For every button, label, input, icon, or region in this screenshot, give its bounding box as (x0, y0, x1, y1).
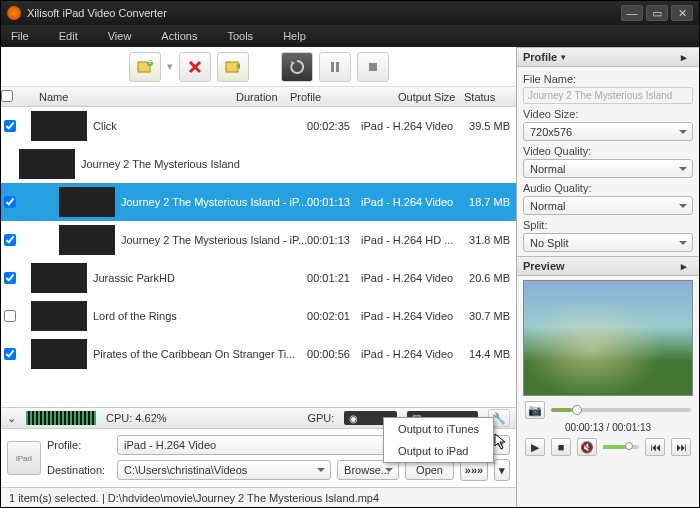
thumbnail-icon (59, 187, 115, 217)
add-file-button[interactable]: + (129, 52, 161, 82)
seek-bar[interactable] (551, 408, 691, 412)
file-name-label: File Name: (523, 73, 693, 85)
menu-file[interactable]: File (11, 30, 29, 42)
thumbnail-icon (31, 301, 87, 331)
mute-button[interactable]: 🔇 (577, 438, 597, 456)
refresh-button[interactable] (281, 52, 313, 82)
row-checkbox[interactable] (4, 120, 16, 132)
row-checkbox[interactable] (4, 196, 16, 208)
play-button[interactable]: ▶ (525, 438, 545, 456)
row-profile: iPad - H.264 HD ... (361, 234, 469, 246)
row-size: 14.4 MB (469, 348, 516, 360)
gpu-label: GPU: (307, 412, 334, 424)
table-row[interactable]: Lord of the Rings00:02:01iPad - H.264 Vi… (1, 297, 516, 335)
next-frame-button[interactable]: ⏭ (671, 438, 691, 456)
table-row[interactable]: Journey 2 The Mysterious Island - iP...0… (1, 183, 516, 221)
row-checkbox[interactable] (4, 310, 16, 322)
row-duration: 00:01:21 (307, 272, 361, 284)
expand-icon[interactable]: ▸ (681, 51, 693, 64)
row-profile: iPad - H.264 Video (361, 348, 469, 360)
thumbnail-icon (19, 149, 75, 179)
menu-edit[interactable]: Edit (59, 30, 78, 42)
convert-menu-button[interactable]: ▾ (494, 459, 510, 481)
open-button[interactable]: Open (405, 460, 454, 480)
output-panel: iPad Profile: iPad - H.264 Video Save As… (1, 429, 516, 487)
col-profile[interactable]: Profile (290, 91, 398, 103)
row-duration: 00:02:35 (307, 120, 361, 132)
row-duration: 00:02:01 (307, 310, 361, 322)
video-quality-label: Video Quality: (523, 145, 693, 157)
output-itunes[interactable]: Output to iTunes (384, 418, 493, 440)
snapshot-icon[interactable]: 📷 (525, 401, 545, 419)
row-name: Jurassic ParkHD (93, 272, 307, 284)
split-combo[interactable]: No Split (523, 233, 693, 252)
select-all-checkbox[interactable] (1, 90, 13, 102)
destination-combo[interactable]: C:\Users\christina\Videos (117, 460, 331, 480)
col-duration[interactable]: Duration (236, 91, 290, 103)
expand-preview-icon[interactable]: ▸ (681, 260, 693, 273)
row-size: 39.5 MB (469, 120, 516, 132)
profile-section-header[interactable]: Profile▼ ▸ (517, 47, 699, 67)
close-button[interactable]: ✕ (671, 5, 693, 21)
table-row[interactable]: Jurassic ParkHD00:01:21iPad - H.264 Vide… (1, 259, 516, 297)
row-name: Pirates of the Caribbean On Stranger Ti.… (93, 348, 307, 360)
volume-slider[interactable] (603, 445, 639, 449)
pause-button[interactable] (319, 52, 351, 82)
list-header: Name Duration Profile Output Size Status (1, 87, 516, 107)
row-name: Click (93, 120, 307, 132)
menu-help[interactable]: Help (283, 30, 306, 42)
row-checkbox[interactable] (4, 234, 16, 246)
preview-video[interactable] (523, 280, 693, 396)
minimize-button[interactable]: — (621, 5, 643, 21)
stop-button[interactable] (357, 52, 389, 82)
row-checkbox[interactable] (4, 348, 16, 360)
profile-label: Profile: (47, 439, 111, 451)
stop-preview-button[interactable]: ■ (551, 438, 571, 456)
time-label: 00:00:13 / 00:01:13 (517, 420, 699, 435)
row-size: 31.8 MB (469, 234, 516, 246)
col-name[interactable]: Name (35, 91, 236, 103)
window-title: Xilisoft iPad Video Converter (27, 7, 618, 19)
row-duration: 00:00:56 (307, 348, 361, 360)
remove-button[interactable] (179, 52, 211, 82)
main-toolbar: + ▾ (1, 47, 516, 87)
col-output-size[interactable]: Output Size (398, 91, 464, 103)
destination-label: Destination: (47, 464, 111, 476)
thumbnail-icon (31, 339, 87, 369)
video-size-label: Video Size: (523, 108, 693, 120)
audio-quality-combo[interactable]: Normal (523, 196, 693, 215)
row-profile: iPad - H.264 Video (361, 196, 469, 208)
cpu-label: CPU: 4.62% (106, 412, 167, 424)
file-name-field[interactable]: Journey 2 The Mysterious Island (523, 87, 693, 104)
chevron-down-icon[interactable]: ⌄ (7, 412, 16, 425)
menu-actions[interactable]: Actions (161, 30, 197, 42)
prev-frame-button[interactable]: ⏮ (645, 438, 665, 456)
col-status[interactable]: Status (464, 91, 502, 103)
output-ipad[interactable]: Output to iPad (384, 440, 493, 462)
menu-tools[interactable]: Tools (227, 30, 253, 42)
video-quality-combo[interactable]: Normal (523, 159, 693, 178)
device-ipad-icon: iPad (7, 441, 41, 475)
row-name: Journey 2 The Mysterious Island - iP... (121, 196, 307, 208)
table-row[interactable]: Click00:02:35iPad - H.264 Video39.5 MB (1, 107, 516, 145)
browse-button[interactable]: Browse... (337, 460, 399, 480)
video-size-combo[interactable]: 720x576 (523, 122, 693, 141)
title-bar: Xilisoft iPad Video Converter — ▭ ✕ (1, 1, 699, 25)
thumbnail-icon (31, 263, 87, 293)
status-bar: 1 item(s) selected. | D:\hdvideo\movie\J… (1, 487, 516, 507)
row-duration: 00:01:13 (307, 234, 361, 246)
app-logo-icon (7, 6, 21, 20)
add-folder-button[interactable] (217, 52, 249, 82)
thumbnail-icon (59, 225, 115, 255)
table-row[interactable]: Journey 2 The Mysterious Island (1, 145, 516, 183)
row-checkbox[interactable] (4, 272, 16, 284)
table-row[interactable]: Pirates of the Caribbean On Stranger Ti.… (1, 335, 516, 373)
menu-view[interactable]: View (108, 30, 132, 42)
output-menu: Output to iTunes Output to iPad (383, 417, 494, 463)
preview-section-header[interactable]: Preview ▸ (517, 256, 699, 276)
file-list[interactable]: Click00:02:35iPad - H.264 Video39.5 MBJo… (1, 107, 516, 407)
table-row[interactable]: Journey 2 The Mysterious Island - iP...0… (1, 221, 516, 259)
menu-bar: File Edit View Actions Tools Help (1, 25, 699, 47)
maximize-button[interactable]: ▭ (646, 5, 668, 21)
row-name: Journey 2 The Mysterious Island (81, 158, 307, 170)
